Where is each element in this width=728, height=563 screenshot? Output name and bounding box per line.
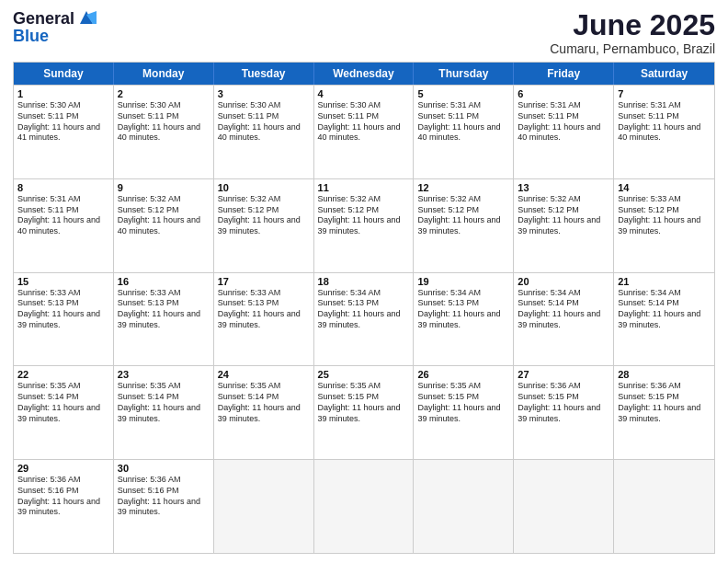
day-number: 25 [318, 369, 410, 380]
day-number: 21 [618, 276, 711, 287]
table-row [314, 460, 415, 553]
logo-blue: Blue [13, 28, 49, 44]
day-number: 30 [118, 463, 210, 474]
day-number: 13 [518, 182, 609, 193]
calendar-row: 22 Sunrise: 5:35 AMSunset: 5:14 PMDaylig… [14, 365, 714, 459]
header-saturday: Saturday [614, 63, 714, 85]
day-number: 8 [17, 182, 109, 193]
table-row: 3 Sunrise: 5:30 AMSunset: 5:11 PMDayligh… [214, 86, 314, 178]
day-number: 4 [318, 88, 410, 99]
cell-info: Sunrise: 5:36 AMSunset: 5:16 PMDaylight:… [118, 475, 210, 518]
day-number: 2 [118, 88, 210, 99]
cell-info: Sunrise: 5:31 AMSunset: 5:11 PMDaylight:… [17, 194, 109, 237]
cell-info: Sunrise: 5:35 AMSunset: 5:14 PMDaylight:… [218, 381, 310, 424]
cell-info: Sunrise: 5:36 AMSunset: 5:16 PMDaylight:… [17, 475, 109, 518]
day-number: 15 [17, 276, 109, 287]
table-row: 17 Sunrise: 5:33 AMSunset: 5:13 PMDaylig… [214, 273, 314, 366]
cell-info: Sunrise: 5:30 AMSunset: 5:11 PMDaylight:… [218, 100, 310, 144]
cell-info: Sunrise: 5:36 AMSunset: 5:15 PMDaylight:… [618, 381, 711, 424]
header-monday: Monday [114, 63, 214, 85]
day-number: 10 [218, 182, 310, 193]
cell-info: Sunrise: 5:31 AMSunset: 5:11 PMDaylight:… [417, 100, 509, 144]
day-number: 6 [518, 88, 609, 99]
header-wednesday: Wednesday [314, 63, 415, 85]
day-number: 14 [618, 182, 711, 193]
cell-info: Sunrise: 5:31 AMSunset: 5:11 PMDaylight:… [518, 100, 609, 144]
cell-info: Sunrise: 5:36 AMSunset: 5:15 PMDaylight:… [518, 381, 609, 424]
month-title: June 2025 [550, 9, 715, 41]
table-row: 25 Sunrise: 5:35 AMSunset: 5:15 PMDaylig… [314, 366, 415, 459]
cell-info: Sunrise: 5:32 AMSunset: 5:12 PMDaylight:… [318, 194, 410, 237]
calendar-header: Sunday Monday Tuesday Wednesday Thursday… [14, 63, 714, 85]
day-number: 9 [118, 182, 210, 193]
cell-info: Sunrise: 5:32 AMSunset: 5:12 PMDaylight:… [218, 194, 310, 237]
day-number: 20 [518, 276, 609, 287]
cell-info: Sunrise: 5:33 AMSunset: 5:13 PMDaylight:… [118, 288, 210, 331]
page: General Blue June 2025 Cumaru, Pernambuc… [0, 0, 728, 563]
cell-info: Sunrise: 5:35 AMSunset: 5:14 PMDaylight:… [118, 381, 210, 424]
table-row: 14 Sunrise: 5:33 AMSunset: 5:12 PMDaylig… [614, 179, 714, 272]
table-row: 20 Sunrise: 5:34 AMSunset: 5:14 PMDaylig… [514, 273, 614, 366]
cell-info: Sunrise: 5:33 AMSunset: 5:12 PMDaylight:… [618, 194, 711, 237]
table-row: 1 Sunrise: 5:30 AMSunset: 5:11 PMDayligh… [14, 86, 114, 178]
title-block: June 2025 Cumaru, Pernambuco, Brazil [550, 9, 715, 56]
logo-icon [76, 7, 97, 28]
day-number: 29 [17, 463, 109, 474]
cell-info: Sunrise: 5:33 AMSunset: 5:13 PMDaylight:… [17, 288, 109, 331]
day-number: 24 [218, 369, 310, 380]
day-number: 27 [518, 369, 609, 380]
table-row: 22 Sunrise: 5:35 AMSunset: 5:14 PMDaylig… [14, 366, 114, 459]
calendar-body: 1 Sunrise: 5:30 AMSunset: 5:11 PMDayligh… [14, 85, 714, 553]
cell-info: Sunrise: 5:32 AMSunset: 5:12 PMDaylight:… [417, 194, 509, 237]
table-row: 21 Sunrise: 5:34 AMSunset: 5:14 PMDaylig… [614, 273, 714, 366]
table-row: 8 Sunrise: 5:31 AMSunset: 5:11 PMDayligh… [14, 179, 114, 272]
calendar-row: 1 Sunrise: 5:30 AMSunset: 5:11 PMDayligh… [14, 85, 714, 178]
table-row: 7 Sunrise: 5:31 AMSunset: 5:11 PMDayligh… [614, 86, 714, 178]
day-number: 26 [417, 369, 509, 380]
header-sunday: Sunday [14, 63, 114, 85]
cell-info: Sunrise: 5:32 AMSunset: 5:12 PMDaylight:… [518, 194, 609, 237]
table-row [514, 460, 614, 553]
table-row: 26 Sunrise: 5:35 AMSunset: 5:15 PMDaylig… [414, 366, 514, 459]
table-row: 11 Sunrise: 5:32 AMSunset: 5:12 PMDaylig… [314, 179, 415, 272]
table-row: 29 Sunrise: 5:36 AMSunset: 5:16 PMDaylig… [14, 460, 114, 553]
calendar-row: 15 Sunrise: 5:33 AMSunset: 5:13 PMDaylig… [14, 272, 714, 366]
table-row: 6 Sunrise: 5:31 AMSunset: 5:11 PMDayligh… [514, 86, 614, 178]
logo-general: General [13, 10, 74, 27]
table-row: 27 Sunrise: 5:36 AMSunset: 5:15 PMDaylig… [514, 366, 614, 459]
table-row: 5 Sunrise: 5:31 AMSunset: 5:11 PMDayligh… [414, 86, 514, 178]
cell-info: Sunrise: 5:30 AMSunset: 5:11 PMDaylight:… [17, 100, 109, 144]
cell-info: Sunrise: 5:30 AMSunset: 5:11 PMDaylight:… [318, 100, 410, 144]
header-tuesday: Tuesday [214, 63, 314, 85]
day-number: 17 [218, 276, 310, 287]
day-number: 12 [417, 182, 509, 193]
header-thursday: Thursday [414, 63, 514, 85]
day-number: 16 [118, 276, 210, 287]
table-row: 9 Sunrise: 5:32 AMSunset: 5:12 PMDayligh… [114, 179, 214, 272]
table-row: 30 Sunrise: 5:36 AMSunset: 5:16 PMDaylig… [114, 460, 214, 553]
table-row: 19 Sunrise: 5:34 AMSunset: 5:13 PMDaylig… [414, 273, 514, 366]
cell-info: Sunrise: 5:34 AMSunset: 5:13 PMDaylight:… [318, 288, 410, 331]
cell-info: Sunrise: 5:30 AMSunset: 5:11 PMDaylight:… [118, 100, 210, 144]
cell-info: Sunrise: 5:34 AMSunset: 5:13 PMDaylight:… [417, 288, 509, 331]
cell-info: Sunrise: 5:34 AMSunset: 5:14 PMDaylight:… [618, 288, 711, 331]
table-row: 4 Sunrise: 5:30 AMSunset: 5:11 PMDayligh… [314, 86, 415, 178]
table-row [214, 460, 314, 553]
calendar: Sunday Monday Tuesday Wednesday Thursday… [13, 62, 715, 554]
cell-info: Sunrise: 5:35 AMSunset: 5:15 PMDaylight:… [318, 381, 410, 424]
day-number: 18 [318, 276, 410, 287]
day-number: 1 [17, 88, 109, 99]
day-number: 3 [218, 88, 310, 99]
table-row [614, 460, 714, 553]
table-row: 18 Sunrise: 5:34 AMSunset: 5:13 PMDaylig… [314, 273, 415, 366]
calendar-row: 29 Sunrise: 5:36 AMSunset: 5:16 PMDaylig… [14, 459, 714, 553]
table-row: 23 Sunrise: 5:35 AMSunset: 5:14 PMDaylig… [114, 366, 214, 459]
day-number: 7 [618, 88, 711, 99]
cell-info: Sunrise: 5:31 AMSunset: 5:11 PMDaylight:… [618, 100, 711, 144]
table-row: 2 Sunrise: 5:30 AMSunset: 5:11 PMDayligh… [114, 86, 214, 178]
day-number: 19 [417, 276, 509, 287]
day-number: 22 [17, 369, 109, 380]
header-friday: Friday [514, 63, 614, 85]
table-row: 24 Sunrise: 5:35 AMSunset: 5:14 PMDaylig… [214, 366, 314, 459]
cell-info: Sunrise: 5:35 AMSunset: 5:15 PMDaylight:… [417, 381, 509, 424]
